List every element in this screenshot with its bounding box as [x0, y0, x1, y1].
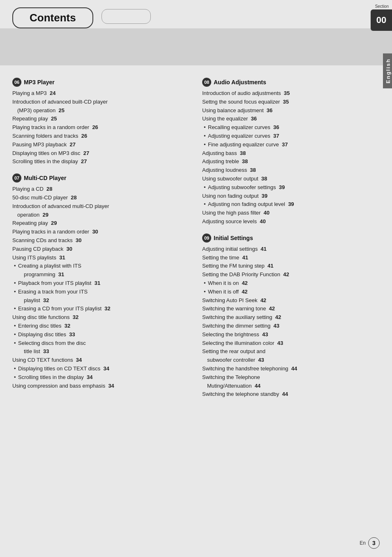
toc-item: Adjusting equalizer curves 37: [202, 132, 380, 141]
toc-item: Setting the FM tuning step 41: [202, 262, 380, 270]
toc-item: playlist 32: [12, 296, 190, 305]
toc-item: Entering disc titles 32: [12, 322, 190, 331]
toc-item: When it is on 42: [202, 279, 380, 288]
toc-item: Playing a CD 28: [12, 185, 190, 194]
toc-item: title list 33: [12, 347, 190, 356]
toc-item: Repeating play 25: [12, 115, 190, 123]
multicd-section-title: Multi-CD Player: [24, 175, 66, 181]
toc-item: Muting/Attenuation 44: [202, 382, 380, 391]
right-column: 08 Audio Adjustments Introduction of aud…: [202, 78, 380, 399]
toc-item: Introduction of audio adjustments 35: [202, 89, 380, 98]
toc-item: Switching the telephone standby 44: [202, 390, 380, 399]
toc-item: Erasing a CD from your ITS playlist 32: [12, 305, 190, 313]
content-area: 06 MP3 Player Playing a MP3 24 Introduct…: [12, 78, 380, 399]
english-tab: English: [383, 53, 392, 88]
toc-item: Playback from your ITS playlist 31: [12, 279, 190, 288]
toc-item: Scanning CDs and tracks 30: [12, 236, 190, 245]
toc-item: Displaying disc titles 33: [12, 331, 190, 339]
toc-item: When it is off 42: [202, 288, 380, 296]
mp3-section-icon: 06: [12, 78, 21, 87]
toc-item: subwoofer controller 43: [202, 356, 380, 365]
toc-item: 50-disc multi-CD player 28: [12, 194, 190, 202]
page: Contents Section 00 English 06 MP3 Playe…: [0, 0, 392, 557]
toc-item: Using non fading output 39: [202, 192, 380, 201]
toc-item: Using balance adjustment 36: [202, 106, 380, 115]
contents-title: Contents: [12, 7, 93, 28]
initial-settings-icon: 09: [202, 233, 211, 243]
initial-settings-title: Initial Settings: [214, 235, 253, 241]
toc-item: Playing tracks in a random order 30: [12, 228, 190, 236]
toc-item: Using ITS playlists 31: [12, 254, 190, 262]
footer: En 3: [360, 537, 380, 549]
multicd-section-icon: 07: [12, 173, 21, 183]
toc-item: Playing a MP3 24: [12, 89, 190, 98]
audio-section-title: Audio Adjustments: [214, 79, 266, 86]
toc-item: operation 29: [12, 211, 190, 220]
toc-item: Repeating play 29: [12, 219, 190, 228]
initial-settings-section-header: 09 Initial Settings: [202, 233, 380, 243]
footer-page-number: 3: [368, 537, 380, 549]
toc-item: Selecting discs from the disc: [12, 339, 190, 348]
toc-item: Using subwoofer output 38: [202, 175, 380, 183]
toc-item: Switching the handsfree telephoning 44: [202, 365, 380, 373]
header-search-box: [101, 9, 151, 24]
toc-item: Selecting the illumination color 43: [202, 339, 380, 348]
gray-header-bar: [0, 28, 392, 65]
toc-item: Setting the time 41: [202, 254, 380, 262]
toc-item: Switching the Telephone: [202, 373, 380, 382]
toc-item: Adjusting loudness 38: [202, 166, 380, 175]
toc-item: Using the equalizer 36: [202, 115, 380, 123]
toc-item: Switching Auto PI Seek 42: [202, 296, 380, 305]
toc-item: Adjusting non fading output level 39: [202, 200, 380, 209]
toc-item: programming 31: [12, 270, 190, 279]
left-column: 06 MP3 Player Playing a MP3 24 Introduct…: [12, 78, 190, 399]
section-number: 00: [371, 9, 392, 31]
section-label: Section: [375, 4, 389, 9]
toc-item: Scanning folders and tracks 26: [12, 132, 190, 141]
toc-item: Scrolling titles in the display 27: [12, 157, 190, 166]
toc-item: Adjusting bass 38: [202, 149, 380, 158]
toc-item: Settng the sound focus equalizer 35: [202, 98, 380, 106]
toc-item: Using the high pass filter 40: [202, 209, 380, 217]
toc-item: (MP3) operation 25: [12, 106, 190, 115]
toc-item: Recalling equalizer curves 36: [202, 123, 380, 132]
toc-item: Using CD TEXT functions 34: [12, 356, 190, 365]
toc-item: Scrolling titles in the display 34: [12, 373, 190, 382]
toc-item: Displaying titles on CD TEXT discs 34: [12, 365, 190, 373]
toc-item: Setting the DAB Priority Function 42: [202, 270, 380, 279]
toc-item: Playing tracks in a random order 26: [12, 123, 190, 132]
toc-item: Introduction of advanced multi-CD player: [12, 202, 190, 211]
header-middle-box: [101, 7, 376, 24]
toc-item: Using compression and bass emphasis 34: [12, 382, 190, 391]
toc-item: Using disc title functions 32: [12, 313, 190, 322]
toc-item: Selecting the brightness 43: [202, 331, 380, 339]
toc-item: Switching the warning tone 42: [202, 305, 380, 313]
mp3-section-title: MP3 Player: [24, 79, 55, 86]
toc-item: Fine adjusting equalizer curve 37: [202, 141, 380, 149]
toc-item: Creating a playlist with ITS: [12, 262, 190, 270]
toc-item: Setting the rear output and: [202, 347, 380, 356]
audio-section-icon: 08: [202, 78, 211, 87]
toc-item: Pausing CD playback 30: [12, 245, 190, 254]
header: Contents Section 00: [0, 0, 392, 28]
toc-item: Adjusting initial settings 41: [202, 245, 380, 254]
toc-item: Adjusting source levels 40: [202, 217, 380, 226]
toc-item: Switching the auxiliary setting 42: [202, 313, 380, 322]
toc-item: Pausing MP3 playback 27: [12, 141, 190, 149]
toc-item: Introduction of advanced built-CD player: [12, 98, 190, 106]
section-badge: Section 00: [371, 4, 392, 31]
toc-item: Erasing a track from your ITS: [12, 288, 190, 296]
toc-item: Displaying titles on MP3 disc 27: [12, 149, 190, 158]
toc-item: Adjusting treble 38: [202, 157, 380, 166]
multicd-section-header: 07 Multi-CD Player: [12, 173, 190, 183]
toc-item: Adjusting subwoofer settings 39: [202, 183, 380, 192]
audio-section-header: 08 Audio Adjustments: [202, 78, 380, 87]
mp3-player-section-header: 06 MP3 Player: [12, 78, 190, 87]
footer-en-label: En: [360, 540, 366, 546]
toc-item: Switching the dimmer setting 43: [202, 322, 380, 331]
